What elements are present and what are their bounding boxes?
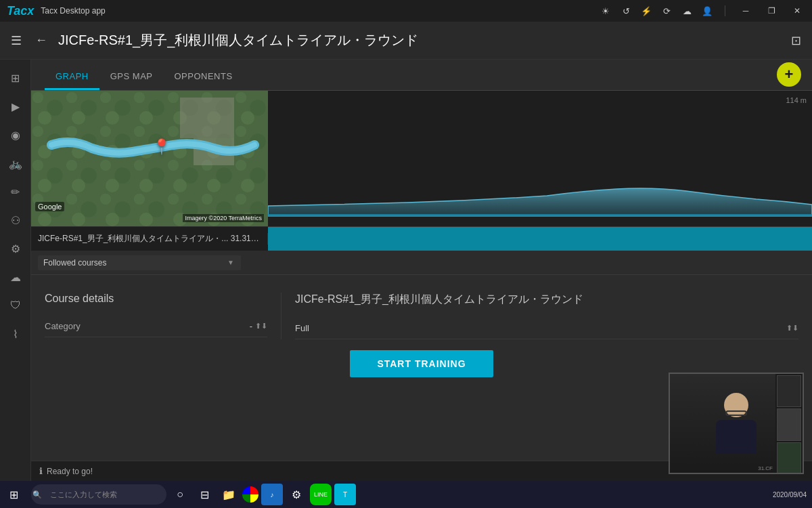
river-path-svg <box>31 91 268 226</box>
close-button[interactable]: ✕ <box>789 3 805 19</box>
webcam-overlay: 31.CF <box>669 373 804 474</box>
tab-gps-map[interactable]: GPS MAP <box>99 64 164 90</box>
sidebar-item-video[interactable]: ▶ <box>3 93 28 119</box>
category-label: Category <box>45 321 81 331</box>
thumbnail-1 <box>777 375 801 407</box>
svg-rect-6 <box>180 98 234 138</box>
sidebar-item-link[interactable]: ⚇ <box>3 207 28 233</box>
category-stepper[interactable]: ⬆⬇ <box>255 322 267 331</box>
category-row: Category - ⬆⬇ <box>45 316 267 337</box>
course-name-right: JICFe-RS#1_男子_利根川個人タイムトライアル・ラウンド <box>295 293 798 307</box>
sun-icon[interactable]: ☀ <box>600 5 611 16</box>
tabs-bar: GRAPH GPS MAP OPPONENTS + <box>31 60 812 91</box>
imagery-label: Imagery ©2020 TerraMetrics <box>183 214 264 222</box>
sidebar-item-home[interactable]: ⊞ <box>3 65 28 91</box>
menu-icon[interactable]: ☰ <box>11 33 27 48</box>
window-controls: ☀ ↺ ⚡ ⟳ ☁ 👤 ─ ❐ ✕ <box>600 3 805 19</box>
type-value: Full <box>295 323 309 333</box>
sidebar-item-settings[interactable]: ⚙ <box>3 236 28 261</box>
google-label: Google <box>35 202 64 211</box>
status-text: Ready to go! <box>47 467 93 476</box>
tab-graph[interactable]: GRAPH <box>45 64 99 90</box>
tab-opponents[interactable]: OPPONENTS <box>163 64 243 90</box>
taskbar: ⊞ 🔍 ここに入力して検索 ○ ⊟ 📁 ♪ ⚙ LINE T 2020/09/0… <box>0 481 812 508</box>
title-bar: Tacx Tacx Desktop app ☀ ↺ ⚡ ⟳ ☁ 👤 ─ ❐ ✕ <box>0 0 812 22</box>
sidebar-item-cycling[interactable]: 🚲 <box>3 150 28 176</box>
header-bar: ☰ ← JICFe-RS#1_男子_利根川個人タイムトライアル・ラウンド ⊡ <box>0 22 812 60</box>
person-body <box>716 420 757 454</box>
taskbar-tacx-icon[interactable]: T <box>334 484 356 505</box>
webcam-label: 31.CF <box>758 465 773 471</box>
headphone-icon[interactable]: ↺ <box>621 5 631 16</box>
profile-icon[interactable]: 👤 <box>702 5 713 16</box>
dropdown-row: Followed courses All courses My courses … <box>31 251 812 275</box>
taskbar-line-icon[interactable]: LINE <box>310 484 332 505</box>
webcam-person: 31.CF <box>670 374 803 473</box>
taskbar-window-icon[interactable]: ⊟ <box>194 484 215 505</box>
status-icon: ℹ <box>39 466 43 476</box>
svg-rect-8 <box>268 214 812 217</box>
route-info-bar: JICFe-RS#1_男子_利根川個人タイムトライアル・... 31.31 km <box>31 226 812 251</box>
sidebar-item-cloud[interactable]: ☁ <box>3 264 28 290</box>
satellite-map: 📍 Google Imagery ©2020 TerraMetrics <box>31 91 268 226</box>
search-bar[interactable]: ここに入力して検索 <box>31 484 166 505</box>
clock: 2020/09/04 <box>773 490 807 499</box>
minimize-button[interactable]: ─ <box>738 3 754 19</box>
taskbar-chrome-icon[interactable] <box>242 486 258 503</box>
search-icon: 🔍 <box>32 490 42 499</box>
elevation-label: 114 m <box>786 96 807 104</box>
details-grid: Course details Category - ⬆⬇ JICFe-RS#1_… <box>45 293 798 339</box>
course-details-title: Course details <box>45 293 267 305</box>
back-button[interactable]: ← <box>35 33 47 47</box>
restore-button[interactable]: ❐ <box>763 3 780 19</box>
thumbnail-3 <box>777 442 801 474</box>
bolt-icon[interactable]: ⚡ <box>641 5 652 16</box>
elevation-panel: 114 m <box>268 91 812 226</box>
details-left: Course details Category - ⬆⬇ <box>45 293 281 339</box>
page-title: JICFe-RS#1_男子_利根川個人タイムトライアル・ラウンド <box>58 31 418 49</box>
start-training-button[interactable]: START TRAINING <box>350 350 493 377</box>
elevation-svg <box>268 91 812 226</box>
taskbar-circle-icon[interactable]: ○ <box>169 484 191 505</box>
route-name: JICFe-RS#1_男子_利根川個人タイムトライアル・... 31.31 km <box>31 233 268 245</box>
details-right: JICFe-RS#1_男子_利根川個人タイムトライアル・ラウンド Full ⬆⬇ <box>281 293 798 339</box>
sync-icon[interactable]: ⟳ <box>661 5 672 16</box>
search-placeholder: ここに入力して検索 <box>50 490 117 500</box>
taskbar-folder-icon[interactable]: 📁 <box>218 484 240 505</box>
taskbar-music-icon[interactable]: ♪ <box>261 484 283 505</box>
sidebar: ⊞ ▶ ◉ 🚲 ✏ ⚇ ⚙ ☁ 🛡 ⌇ <box>0 60 31 481</box>
course-dropdown[interactable]: Followed courses All courses My courses <box>38 255 241 270</box>
app-logo: Tacx <box>7 4 34 18</box>
map-pin: 📍 <box>152 138 171 156</box>
start-button-taskbar[interactable]: ⊞ <box>3 484 24 505</box>
type-row: Full ⬆⬇ <box>295 318 798 339</box>
app-name: Tacx Desktop app <box>41 6 105 16</box>
route-progress-bar <box>268 227 812 251</box>
sidebar-item-activity[interactable]: ⌇ <box>3 321 28 347</box>
expand-button[interactable]: ⊡ <box>791 33 801 48</box>
category-value: - <box>250 321 252 331</box>
sidebar-item-edit[interactable]: ✏ <box>3 179 28 205</box>
taskbar-gear-icon[interactable]: ⚙ <box>286 484 307 505</box>
add-button[interactable]: + <box>777 62 801 87</box>
taskbar-right: 2020/09/04 <box>773 490 809 499</box>
person-glasses <box>725 410 747 416</box>
thumbnail-2 <box>777 408 801 440</box>
cloud-icon[interactable]: ☁ <box>681 5 692 16</box>
map-panel: 📍 Google Imagery ©2020 TerraMetrics <box>31 91 268 226</box>
graph-area: 📍 Google Imagery ©2020 TerraMetrics 114 … <box>31 91 812 226</box>
sidebar-item-shield[interactable]: 🛡 <box>3 293 28 318</box>
clock-time: 2020/09/04 <box>773 490 807 499</box>
type-stepper[interactable]: ⬆⬇ <box>786 324 798 333</box>
sidebar-item-location[interactable]: ◉ <box>3 122 28 148</box>
spacer <box>31 275 812 282</box>
